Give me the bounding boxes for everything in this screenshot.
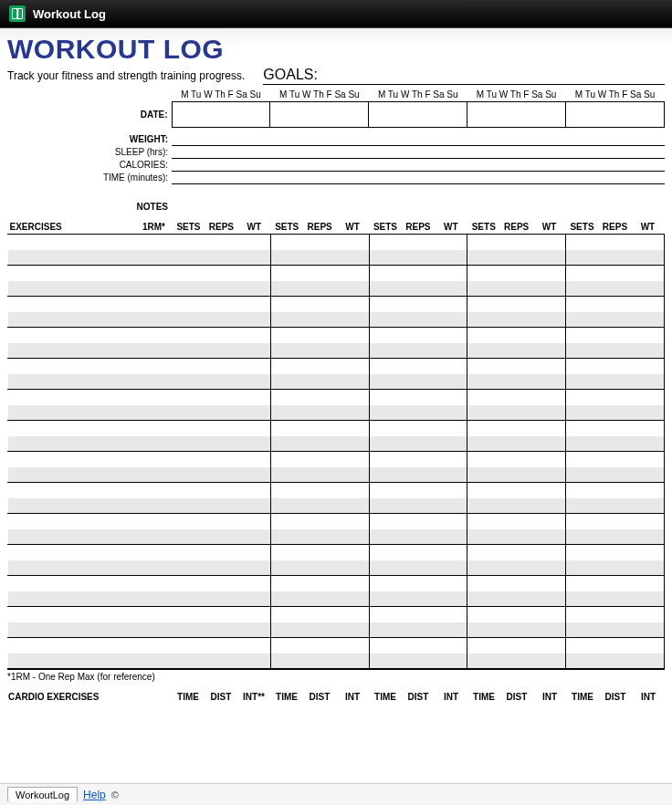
day-header: M Tu W Th F Sa Su bbox=[270, 89, 369, 101]
date-cell[interactable] bbox=[270, 101, 369, 127]
exercise-row[interactable] bbox=[8, 281, 665, 297]
col-sets: SETS bbox=[467, 220, 500, 235]
exercise-row[interactable] bbox=[8, 560, 665, 576]
app-topbar: Workout Log bbox=[0, 0, 672, 28]
exercise-row[interactable] bbox=[8, 359, 665, 374]
col-time: TIME bbox=[369, 691, 402, 703]
exercises-table: EXERCISES 1RM* SETS REPS WT SETS REPS WT… bbox=[7, 220, 665, 669]
sleep-label: SLEEP (hrs): bbox=[7, 145, 172, 158]
sheet-content[interactable]: WORKOUT LOG Track your fitness and stren… bbox=[0, 28, 672, 783]
col-dist: DIST bbox=[303, 691, 336, 703]
exercise-row[interactable] bbox=[8, 266, 665, 281]
exercise-row[interactable] bbox=[8, 529, 665, 545]
exercise-row[interactable] bbox=[8, 483, 665, 498]
col-reps: REPS bbox=[402, 220, 435, 235]
exercise-row[interactable] bbox=[8, 467, 665, 483]
col-int: INT** bbox=[237, 691, 270, 703]
time-input[interactable] bbox=[172, 171, 665, 183]
col-time: TIME bbox=[270, 691, 303, 703]
rm-header: 1RM* bbox=[136, 220, 173, 235]
rm-footnote: *1RM - One Rep Max (for reference) bbox=[7, 669, 665, 682]
header-grid: M Tu W Th F Sa Su M Tu W Th F Sa Su M Tu… bbox=[7, 89, 665, 213]
col-time: TIME bbox=[566, 691, 599, 703]
cardio-header-row: CARDIO EXERCISES TIME DIST INT** TIME DI… bbox=[7, 691, 665, 703]
exercise-row[interactable] bbox=[8, 514, 665, 529]
calories-label: CALORIES: bbox=[7, 158, 172, 171]
col-int: INT bbox=[533, 691, 566, 703]
col-dist: DIST bbox=[500, 691, 533, 703]
day-header: M Tu W Th F Sa Su bbox=[467, 89, 566, 101]
col-dist: DIST bbox=[402, 691, 435, 703]
col-int: INT bbox=[632, 691, 665, 703]
exercise-row[interactable] bbox=[8, 343, 665, 359]
col-int: INT bbox=[435, 691, 467, 703]
exercise-row[interactable] bbox=[8, 374, 665, 390]
exercises-header: EXERCISES bbox=[8, 220, 136, 235]
weight-label: WEIGHT: bbox=[7, 132, 172, 145]
exercise-row[interactable] bbox=[8, 452, 665, 467]
col-wt: WT bbox=[237, 220, 270, 235]
exercise-row[interactable] bbox=[8, 235, 665, 250]
col-dist: DIST bbox=[205, 691, 237, 703]
col-sets: SETS bbox=[270, 220, 303, 235]
date-cell[interactable] bbox=[566, 101, 665, 127]
help-link[interactable]: Help bbox=[83, 789, 106, 801]
col-wt: WT bbox=[336, 220, 369, 235]
sheet-tabbar: WorkoutLog Help © bbox=[0, 783, 672, 805]
cardio-header: CARDIO EXERCISES bbox=[7, 691, 172, 703]
exercise-row[interactable] bbox=[8, 653, 665, 669]
exercise-row[interactable] bbox=[8, 576, 665, 591]
date-cell[interactable] bbox=[172, 101, 270, 127]
exercises-header-row: EXERCISES 1RM* SETS REPS WT SETS REPS WT… bbox=[8, 220, 665, 235]
col-dist: DIST bbox=[599, 691, 632, 703]
tagline: Track your fitness and strength training… bbox=[7, 69, 245, 82]
col-time: TIME bbox=[467, 691, 500, 703]
col-reps: REPS bbox=[205, 220, 237, 235]
exercise-row[interactable] bbox=[8, 390, 665, 405]
calories-input[interactable] bbox=[172, 158, 665, 171]
col-reps: REPS bbox=[303, 220, 336, 235]
sheets-icon bbox=[9, 5, 26, 22]
col-reps: REPS bbox=[500, 220, 533, 235]
cardio-table: CARDIO EXERCISES TIME DIST INT** TIME DI… bbox=[7, 691, 665, 703]
page-title: WORKOUT LOG bbox=[7, 34, 665, 65]
date-cell[interactable] bbox=[467, 101, 566, 127]
exercise-row[interactable] bbox=[8, 436, 665, 452]
time-label: TIME (minutes): bbox=[7, 171, 172, 183]
exercise-row[interactable] bbox=[8, 328, 665, 343]
col-int: INT bbox=[336, 691, 369, 703]
app-title: Workout Log bbox=[33, 7, 106, 21]
day-header: M Tu W Th F Sa Su bbox=[172, 89, 270, 101]
exercise-row[interactable] bbox=[8, 638, 665, 653]
copyright-icon: © bbox=[111, 789, 119, 800]
exercise-row[interactable] bbox=[8, 622, 665, 638]
exercise-row[interactable] bbox=[8, 591, 665, 607]
weight-input[interactable] bbox=[172, 132, 665, 145]
exercise-row[interactable] bbox=[8, 545, 665, 560]
date-cell[interactable] bbox=[369, 101, 467, 127]
day-header: M Tu W Th F Sa Su bbox=[566, 89, 665, 101]
sleep-input[interactable] bbox=[172, 145, 665, 158]
subtitle-row: Track your fitness and strength training… bbox=[7, 67, 665, 85]
col-sets: SETS bbox=[566, 220, 599, 235]
col-wt: WT bbox=[435, 220, 467, 235]
exercise-row[interactable] bbox=[8, 405, 665, 421]
exercise-row[interactable] bbox=[8, 498, 665, 514]
col-sets: SETS bbox=[369, 220, 402, 235]
col-sets: SETS bbox=[173, 220, 205, 235]
notes-label: NOTES bbox=[7, 200, 172, 213]
exercise-row[interactable] bbox=[8, 250, 665, 266]
col-reps: REPS bbox=[598, 220, 631, 235]
col-wt: WT bbox=[533, 220, 566, 235]
exercise-row[interactable] bbox=[8, 312, 665, 328]
day-header: M Tu W Th F Sa Su bbox=[369, 89, 467, 101]
exercise-row[interactable] bbox=[8, 607, 665, 622]
exercise-row[interactable] bbox=[8, 297, 665, 312]
tab-workoutlog[interactable]: WorkoutLog bbox=[7, 787, 78, 802]
date-label: DATE: bbox=[7, 101, 172, 127]
goals-label[interactable]: GOALS: bbox=[263, 67, 665, 85]
col-wt: WT bbox=[631, 220, 664, 235]
exercise-row[interactable] bbox=[8, 421, 665, 436]
col-time: TIME bbox=[172, 691, 205, 703]
